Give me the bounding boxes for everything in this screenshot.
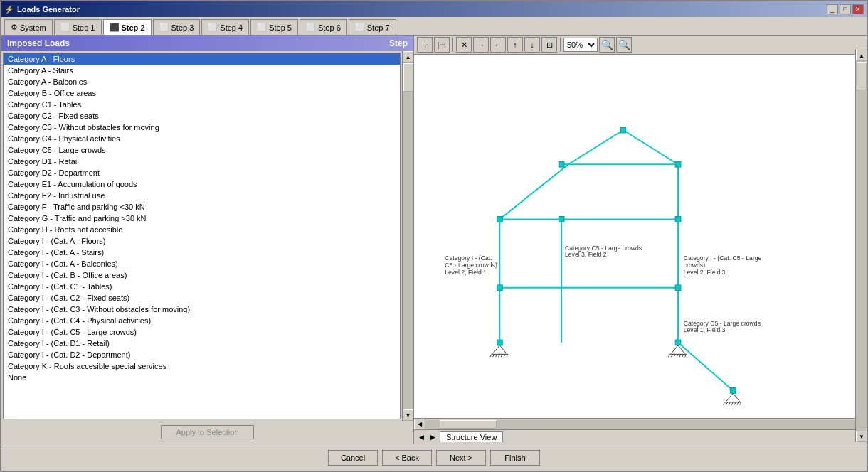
list-item[interactable]: Category E2 - Industrial use xyxy=(4,190,400,201)
back-button[interactable]: < Back xyxy=(382,450,432,466)
list-item[interactable]: Category B - Office areas xyxy=(4,87,400,99)
list-item[interactable]: Category C1 - Tables xyxy=(4,99,400,110)
window-controls: _ □ ✕ xyxy=(827,4,864,14)
scroll-track xyxy=(403,63,414,409)
finish-button[interactable]: Finish xyxy=(490,450,540,466)
struct-nav-right-button[interactable]: ▶ xyxy=(428,433,437,441)
list-item[interactable]: Category I - (Cat. A - Stairs) xyxy=(4,247,400,258)
step-label: Step xyxy=(389,38,408,48)
svg-line-47 xyxy=(729,402,730,405)
svg-rect-19 xyxy=(675,285,681,291)
list-item[interactable]: Category C4 - Physical activities xyxy=(4,133,400,144)
apply-selection-button[interactable]: Apply to Selection xyxy=(161,425,253,439)
scroll-thumb[interactable] xyxy=(403,63,413,92)
tab-step4[interactable]: ⬜ Step 4 xyxy=(201,19,249,35)
list-item[interactable]: Category A - Balconies xyxy=(4,76,400,87)
svg-rect-15 xyxy=(559,161,564,167)
svg-line-29 xyxy=(501,354,502,357)
zoom-select[interactable]: 50% 25% 75% 100% xyxy=(563,38,598,52)
svg-line-26 xyxy=(493,354,494,357)
next-button[interactable]: Next > xyxy=(436,450,486,466)
list-item[interactable]: Category I - (Cat. C1 - Tables) xyxy=(4,281,400,292)
list-item[interactable]: Category C3 - Without obstacles for movi… xyxy=(4,122,400,133)
cancel-button[interactable]: Cancel xyxy=(328,450,378,466)
canvas-scroll-track xyxy=(856,61,867,431)
main-window: ⚡ Loads Generator _ □ ✕ ⚙ System ⬜ Step … xyxy=(0,0,868,472)
scroll-up-button[interactable]: ▲ xyxy=(403,51,414,63)
list-scrollbar[interactable]: ▲ ▼ xyxy=(402,51,413,421)
arrow-down-button[interactable]: ↓ xyxy=(524,37,540,53)
list-item[interactable]: Category I - (Cat. B - Office areas) xyxy=(4,269,400,281)
close-button[interactable]: ✕ xyxy=(852,4,864,14)
arrow-right-button[interactable]: → xyxy=(473,37,489,53)
zoom-in-button[interactable]: 🔍 xyxy=(599,37,615,53)
list-item[interactable]: Category I - (Cat. C4 - Physical activit… xyxy=(4,315,400,326)
h-scroll-thumb[interactable] xyxy=(440,420,497,429)
tab-step7[interactable]: ⬜ Step 7 xyxy=(349,19,396,35)
list-item[interactable]: Category I - (Cat. D1 - Retail) xyxy=(4,338,400,349)
step1-icon: ⬜ xyxy=(60,23,70,32)
tab-step6[interactable]: ⬜ Step 6 xyxy=(300,19,347,35)
list-item[interactable]: Category A - Stairs xyxy=(4,65,400,76)
svg-line-41 xyxy=(685,354,687,357)
tab-step2[interactable]: ⬛ Step 2 xyxy=(103,19,152,35)
svg-line-51 xyxy=(740,402,741,405)
list-item[interactable]: Category K - Roofs accesible special ser… xyxy=(4,360,400,372)
structure-view-tab[interactable]: Structure View xyxy=(440,431,503,442)
list-item[interactable]: Category E1 - Accumulation of goods xyxy=(4,178,400,190)
maximize-button[interactable]: □ xyxy=(840,4,851,14)
minimize-button[interactable]: _ xyxy=(827,4,838,14)
delete-button[interactable]: ✕ xyxy=(456,37,472,53)
svg-line-35 xyxy=(669,354,670,357)
list-item[interactable]: Category I - (Cat. C5 - Large crowds) xyxy=(4,326,400,338)
list-item[interactable]: Category H - Roofs not accesible xyxy=(4,224,400,235)
arrow-left-button[interactable]: ← xyxy=(490,37,506,53)
svg-line-3 xyxy=(568,130,623,164)
list-item[interactable]: Category I - (Cat. A - Balconies) xyxy=(4,258,400,269)
svg-line-27 xyxy=(496,354,497,357)
zoom-out-button[interactable]: 🔍 xyxy=(616,37,632,53)
list-item[interactable]: None xyxy=(4,372,400,383)
structure-svg: Category C5 - Large crowds Level 3, Fiel… xyxy=(414,55,867,418)
list-item[interactable]: Category C5 - Large crowds xyxy=(4,144,400,156)
scroll-down-button[interactable]: ▼ xyxy=(403,409,414,421)
pointer-tool-button[interactable]: |⊣ xyxy=(434,37,450,53)
svg-rect-21 xyxy=(730,388,736,394)
list-item[interactable]: Category I - (Cat. D2 - Department) xyxy=(4,349,400,360)
list-item[interactable]: Category F - Traffic and parking <30 kN xyxy=(4,201,400,213)
canvas-scroll-up-button[interactable]: ▲ xyxy=(856,50,867,61)
canvas-v-scrollbar[interactable]: ▲ ▼ xyxy=(855,50,867,442)
svg-line-6 xyxy=(678,343,733,390)
list-item[interactable]: Category I - (Cat. A - Floors) xyxy=(4,235,400,247)
fit-button[interactable]: ⊡ xyxy=(541,37,557,53)
svg-text:Category I - (Cat. C5 - Large: Category I - (Cat. C5 - Large xyxy=(684,254,762,262)
step4-icon: ⬜ xyxy=(208,23,218,32)
tab-system[interactable]: ⚙ System xyxy=(4,19,53,35)
svg-rect-12 xyxy=(497,285,502,291)
list-item[interactable]: Category C2 - Fixed seats xyxy=(4,110,400,122)
list-item[interactable]: Category D1 - Retail xyxy=(4,156,400,167)
panel-title: Imposed Loads xyxy=(7,38,70,48)
arrow-up-button[interactable]: ↑ xyxy=(507,37,523,53)
svg-rect-11 xyxy=(497,217,502,222)
struct-nav-left-button[interactable]: ◀ xyxy=(417,433,425,441)
svg-line-23 xyxy=(499,345,507,354)
tab-step5[interactable]: ⬜ Step 5 xyxy=(250,19,298,35)
select-tool-button[interactable]: ⊹ xyxy=(417,37,433,53)
list-item[interactable]: Category A - Floors xyxy=(4,53,400,65)
step7-icon: ⬜ xyxy=(355,23,365,32)
canvas-scroll-down-button[interactable]: ▼ xyxy=(856,431,867,442)
list-item[interactable]: Category D2 - Department xyxy=(4,167,400,178)
structure-view-tab-bar: ◀ ▶ Structure View xyxy=(414,429,867,444)
svg-line-39 xyxy=(679,354,681,357)
tab-step1[interactable]: ⬜ Step 1 xyxy=(54,19,102,35)
list-item[interactable]: Category G - Traffic and parking >30 kN xyxy=(4,213,400,224)
list-item[interactable]: Category I - (Cat. C2 - Fixed seats) xyxy=(4,292,400,304)
app-icon: ⚡ xyxy=(4,5,14,14)
canvas-scroll-thumb[interactable] xyxy=(857,62,867,90)
h-scroll-left-button[interactable]: ◀ xyxy=(414,419,425,430)
toolbar: ⊹ |⊣ ✕ → ← ↑ ↓ ⊡ 50% 25% 75% 100% 🔍 🔍 xyxy=(414,36,867,55)
list-item[interactable]: Category I - (Cat. C3 - Without obstacle… xyxy=(4,304,400,315)
tab-step3[interactable]: ⬜ Step 3 xyxy=(153,19,201,35)
load-type-list[interactable]: Category A - Floors Category A - Stairs … xyxy=(3,53,401,419)
